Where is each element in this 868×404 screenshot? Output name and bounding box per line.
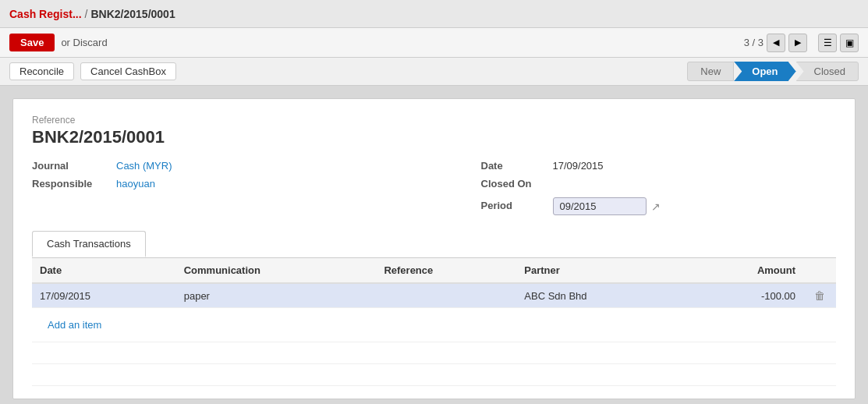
cell-delete: 🗑 xyxy=(803,283,836,308)
view-buttons: ☰ ▣ xyxy=(818,34,859,52)
col-date: Date xyxy=(32,258,176,283)
reference-label: Reference xyxy=(32,115,836,126)
step-new[interactable]: New xyxy=(687,62,734,81)
right-fields: Date 17/09/2015 Closed On Period 09/2015 xyxy=(434,160,837,215)
closed-on-field: Closed On xyxy=(481,178,837,190)
transactions-table: Date Communication Reference Partner Amo… xyxy=(32,258,836,386)
tab-cash-transactions[interactable]: Cash Transactions xyxy=(32,231,146,257)
pagination-text: 3 / 3 xyxy=(744,37,763,48)
step-open[interactable]: Open xyxy=(734,62,795,81)
col-amount: Amount xyxy=(686,258,803,283)
responsible-label: Responsible xyxy=(32,178,110,190)
discard-button[interactable]: or Discard xyxy=(61,37,107,48)
breadcrumb-bar: Cash Regist... / BNK2/2015/0001 xyxy=(0,0,868,28)
add-item-cell: Add an item xyxy=(32,308,836,342)
date-field: Date 17/09/2015 xyxy=(481,160,837,172)
list-view-button[interactable]: ☰ xyxy=(818,34,837,52)
period-select-wrap: 09/2015 ↗ xyxy=(553,197,661,215)
next-button[interactable]: ▶ xyxy=(788,34,807,52)
period-select[interactable]: 09/2015 xyxy=(553,197,647,215)
grid-view-button[interactable]: ▣ xyxy=(840,34,859,52)
status-bar: Reconcile Cancel CashBox New Open Closed xyxy=(0,58,868,86)
closed-on-label: Closed On xyxy=(481,178,544,190)
main-content: Reference BNK2/2015/0001 Journal Cash (M… xyxy=(0,86,868,404)
breadcrumb-current: BNK2/2015/0001 xyxy=(90,8,175,20)
reference-value: BNK2/2015/0001 xyxy=(32,127,836,147)
period-field: Period 09/2015 ↗ xyxy=(481,196,837,215)
table-row: 17/09/2015 paper ABC Sdn Bhd -100.00 🗑 xyxy=(32,283,836,308)
status-steps: New Open Closed xyxy=(687,62,859,81)
external-link-icon[interactable]: ↗ xyxy=(651,200,661,213)
responsible-field: Responsible haoyuan xyxy=(32,178,434,190)
journal-field: Journal Cash (MYR) xyxy=(32,160,434,172)
reconcile-button[interactable]: Reconcile xyxy=(9,62,74,80)
form-right-col: Date 17/09/2015 Closed On Period 09/2015 xyxy=(434,160,837,215)
form-left-col: Journal Cash (MYR) Responsible haoyuan xyxy=(32,160,434,215)
table-header-row: Date Communication Reference Partner Amo… xyxy=(32,258,836,283)
journal-value[interactable]: Cash (MYR) xyxy=(116,160,172,172)
journal-label: Journal xyxy=(32,160,110,172)
date-value: 17/09/2015 xyxy=(553,160,604,172)
cell-communication: paper xyxy=(176,283,377,308)
breadcrumb-separator: / xyxy=(85,8,88,20)
prev-button[interactable]: ◀ xyxy=(767,34,785,52)
col-reference: Reference xyxy=(376,258,516,283)
step-closed[interactable]: Closed xyxy=(796,62,859,81)
col-partner: Partner xyxy=(516,258,686,283)
cell-amount: -100.00 xyxy=(686,283,803,308)
date-label: Date xyxy=(481,160,544,172)
delete-row-button[interactable]: 🗑 xyxy=(811,289,828,302)
add-item-link[interactable]: Add an item xyxy=(40,314,109,336)
tabs-row: Cash Transactions xyxy=(32,231,836,258)
cell-reference xyxy=(376,283,516,308)
form-fields-row: Journal Cash (MYR) Responsible haoyuan D… xyxy=(32,160,836,215)
cancel-cashbox-button[interactable]: Cancel CashBox xyxy=(80,62,176,80)
col-communication: Communication xyxy=(176,258,377,283)
footer-row-2 xyxy=(32,364,836,386)
footer-row-1 xyxy=(32,342,836,364)
period-label: Period xyxy=(481,200,544,211)
toolbar: Save or Discard 3 / 3 ◀ ▶ ☰ ▣ xyxy=(0,28,868,58)
pagination: 3 / 3 ◀ ▶ xyxy=(744,34,807,52)
breadcrumb-parent[interactable]: Cash Regist... xyxy=(9,8,82,20)
cell-partner: ABC Sdn Bhd xyxy=(516,283,686,308)
form-card: Reference BNK2/2015/0001 Journal Cash (M… xyxy=(12,98,856,399)
cell-date: 17/09/2015 xyxy=(32,283,176,308)
col-actions xyxy=(803,258,836,283)
add-item-row: Add an item xyxy=(32,308,836,342)
responsible-value[interactable]: haoyuan xyxy=(116,178,155,190)
save-button[interactable]: Save xyxy=(9,34,55,51)
